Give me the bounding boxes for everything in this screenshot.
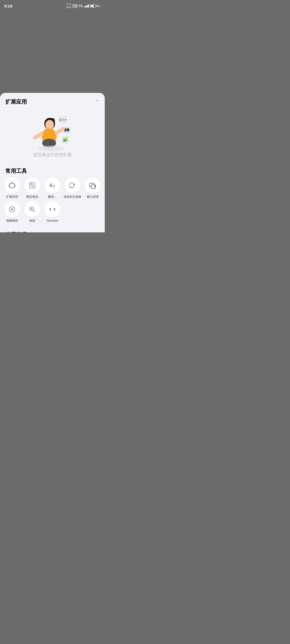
svg-point-10 <box>45 120 54 130</box>
svg-line-36 <box>33 210 35 212</box>
svg-line-13 <box>57 129 63 133</box>
svg-rect-5 <box>66 129 67 131</box>
tool-label-video: 视频增强 <box>6 219 18 222</box>
tool-label-zoom: 缩放 <box>29 219 35 222</box>
tool-window-management[interactable]: 窗口管理 <box>84 177 102 199</box>
tools-section-title: 常用工具 <box>0 163 105 177</box>
tool-label-devtools: Devtools <box>47 219 58 222</box>
signal-bars <box>84 4 89 8</box>
tool-label-extension: 扩展管理 <box>6 195 18 199</box>
tool-label-webfind: 网页查找 <box>26 195 38 199</box>
tool-label-translate: 翻译... <box>48 195 56 199</box>
network-speed: 0.70 KB/s <box>66 3 71 9</box>
tool-devtools[interactable]: Devtools <box>44 201 61 222</box>
svg-line-18 <box>33 186 34 187</box>
window-icon <box>89 182 96 189</box>
zoom-icon <box>28 206 36 213</box>
devtools-icon <box>49 206 56 213</box>
tool-extension-management[interactable]: 扩展管理 <box>3 177 21 199</box>
extensions-illustration: G⟷ 🧩 <box>28 111 77 151</box>
bottom-sheet: 扩展应用 ⌃ G⟷ 🧩 <box>0 93 105 232</box>
status-bar: 8:29 0.70 KB/s HD 5G 61 <box>0 0 105 10</box>
battery-icon <box>90 4 96 8</box>
tool-label-window: 窗口管理 <box>87 195 99 199</box>
svg-text:文: 文 <box>53 184 56 188</box>
sheet-header: 扩展应用 ⌃ <box>0 93 105 108</box>
network-type: 5G <box>79 4 83 8</box>
tools-grid-row1: 扩展管理 网页查找 G 文 <box>0 177 105 201</box>
extension-icon <box>8 182 16 189</box>
svg-point-26 <box>71 186 72 187</box>
tool-add-home[interactable]: 添加到主屏幕 <box>63 177 81 199</box>
tool-label-addhome: 添加到主屏幕 <box>64 195 81 199</box>
tool-video-enhance[interactable]: 视频增强 <box>3 201 21 222</box>
store-section-title: 扩展商店 <box>0 227 105 232</box>
tool-empty-2 <box>84 201 102 222</box>
svg-point-4 <box>66 128 70 131</box>
tool-web-find[interactable]: 网页查找 <box>23 177 41 199</box>
extensions-empty-state: G⟷ 🧩 <box>0 108 105 163</box>
status-icons: 0.70 KB/s HD 5G 61 <box>66 3 100 9</box>
svg-point-15 <box>38 146 64 151</box>
dark-background <box>0 0 105 105</box>
svg-marker-32 <box>11 208 13 210</box>
battery-level: 61 <box>97 4 100 8</box>
add-home-icon <box>69 182 76 189</box>
sheet-title: 扩展应用 <box>5 98 27 105</box>
svg-rect-16 <box>30 183 35 188</box>
translate-icon: G 文 <box>49 182 56 189</box>
status-time: 8:29 <box>4 4 12 8</box>
tool-translate[interactable]: G 文 翻译... <box>44 177 61 199</box>
svg-text:G⟷: G⟷ <box>59 118 67 122</box>
svg-text:🧩: 🧩 <box>63 137 68 142</box>
hd-badge: HD <box>73 4 78 8</box>
chevron-up-icon[interactable]: ⌃ <box>95 99 99 105</box>
web-find-icon <box>28 182 36 189</box>
tool-empty-1 <box>63 201 81 222</box>
tools-grid-row2: 视频增强 缩放 Devtools <box>0 201 105 227</box>
video-icon <box>8 206 16 213</box>
tool-zoom[interactable]: 缩放 <box>23 201 41 222</box>
svg-line-12 <box>35 134 42 138</box>
empty-text: 还没有运行任何扩展 <box>33 152 72 158</box>
